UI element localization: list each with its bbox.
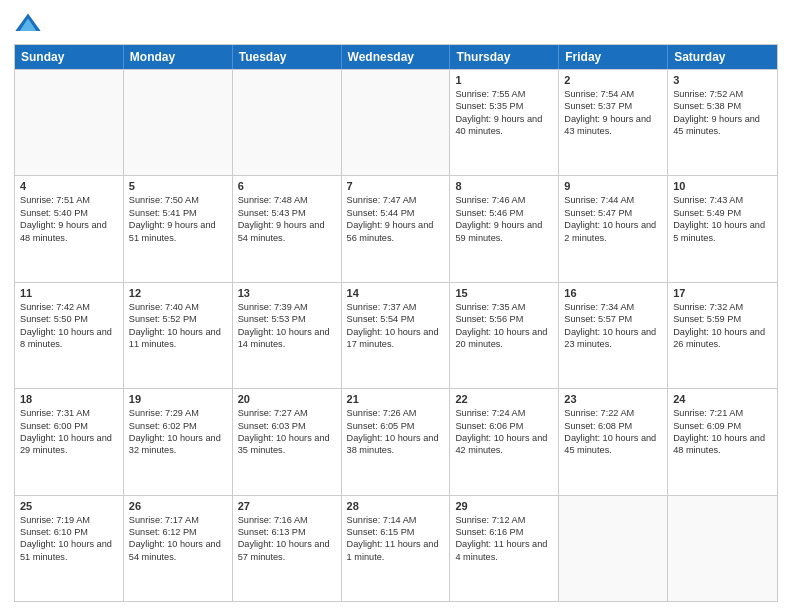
cal-cell-empty-3 xyxy=(342,70,451,175)
day-info: Sunrise: 7:37 AM Sunset: 5:54 PM Dayligh… xyxy=(347,301,445,351)
day-info: Sunrise: 7:32 AM Sunset: 5:59 PM Dayligh… xyxy=(673,301,772,351)
day-info: Sunrise: 7:35 AM Sunset: 5:56 PM Dayligh… xyxy=(455,301,553,351)
cal-cell-8: 8Sunrise: 7:46 AM Sunset: 5:46 PM Daylig… xyxy=(450,176,559,281)
page: SundayMondayTuesdayWednesdayThursdayFrid… xyxy=(0,0,792,612)
day-number: 25 xyxy=(20,500,118,512)
day-info: Sunrise: 7:44 AM Sunset: 5:47 PM Dayligh… xyxy=(564,194,662,244)
week-row-2: 11Sunrise: 7:42 AM Sunset: 5:50 PM Dayli… xyxy=(15,282,777,388)
day-number: 20 xyxy=(238,393,336,405)
header-day-thursday: Thursday xyxy=(450,45,559,69)
cal-cell-27: 27Sunrise: 7:16 AM Sunset: 6:13 PM Dayli… xyxy=(233,496,342,601)
cal-cell-10: 10Sunrise: 7:43 AM Sunset: 5:49 PM Dayli… xyxy=(668,176,777,281)
day-info: Sunrise: 7:40 AM Sunset: 5:52 PM Dayligh… xyxy=(129,301,227,351)
cal-cell-4: 4Sunrise: 7:51 AM Sunset: 5:40 PM Daylig… xyxy=(15,176,124,281)
header xyxy=(14,10,778,38)
day-info: Sunrise: 7:12 AM Sunset: 6:16 PM Dayligh… xyxy=(455,514,553,564)
day-info: Sunrise: 7:48 AM Sunset: 5:43 PM Dayligh… xyxy=(238,194,336,244)
day-info: Sunrise: 7:46 AM Sunset: 5:46 PM Dayligh… xyxy=(455,194,553,244)
day-info: Sunrise: 7:22 AM Sunset: 6:08 PM Dayligh… xyxy=(564,407,662,457)
day-number: 13 xyxy=(238,287,336,299)
week-row-0: 1Sunrise: 7:55 AM Sunset: 5:35 PM Daylig… xyxy=(15,69,777,175)
day-number: 27 xyxy=(238,500,336,512)
cal-cell-23: 23Sunrise: 7:22 AM Sunset: 6:08 PM Dayli… xyxy=(559,389,668,494)
day-number: 14 xyxy=(347,287,445,299)
day-number: 18 xyxy=(20,393,118,405)
day-number: 26 xyxy=(129,500,227,512)
day-info: Sunrise: 7:26 AM Sunset: 6:05 PM Dayligh… xyxy=(347,407,445,457)
day-number: 9 xyxy=(564,180,662,192)
day-info: Sunrise: 7:54 AM Sunset: 5:37 PM Dayligh… xyxy=(564,88,662,138)
cal-cell-16: 16Sunrise: 7:34 AM Sunset: 5:57 PM Dayli… xyxy=(559,283,668,388)
cal-cell-9: 9Sunrise: 7:44 AM Sunset: 5:47 PM Daylig… xyxy=(559,176,668,281)
cal-cell-15: 15Sunrise: 7:35 AM Sunset: 5:56 PM Dayli… xyxy=(450,283,559,388)
day-number: 11 xyxy=(20,287,118,299)
week-row-4: 25Sunrise: 7:19 AM Sunset: 6:10 PM Dayli… xyxy=(15,495,777,601)
day-info: Sunrise: 7:24 AM Sunset: 6:06 PM Dayligh… xyxy=(455,407,553,457)
day-number: 16 xyxy=(564,287,662,299)
day-info: Sunrise: 7:27 AM Sunset: 6:03 PM Dayligh… xyxy=(238,407,336,457)
day-info: Sunrise: 7:39 AM Sunset: 5:53 PM Dayligh… xyxy=(238,301,336,351)
header-day-friday: Friday xyxy=(559,45,668,69)
day-number: 4 xyxy=(20,180,118,192)
calendar: SundayMondayTuesdayWednesdayThursdayFrid… xyxy=(14,44,778,602)
day-info: Sunrise: 7:43 AM Sunset: 5:49 PM Dayligh… xyxy=(673,194,772,244)
day-number: 10 xyxy=(673,180,772,192)
cal-cell-18: 18Sunrise: 7:31 AM Sunset: 6:00 PM Dayli… xyxy=(15,389,124,494)
cal-cell-13: 13Sunrise: 7:39 AM Sunset: 5:53 PM Dayli… xyxy=(233,283,342,388)
day-number: 12 xyxy=(129,287,227,299)
day-info: Sunrise: 7:51 AM Sunset: 5:40 PM Dayligh… xyxy=(20,194,118,244)
day-number: 2 xyxy=(564,74,662,86)
cal-cell-empty-6 xyxy=(668,496,777,601)
day-number: 8 xyxy=(455,180,553,192)
header-day-saturday: Saturday xyxy=(668,45,777,69)
day-number: 7 xyxy=(347,180,445,192)
day-number: 3 xyxy=(673,74,772,86)
header-day-monday: Monday xyxy=(124,45,233,69)
cal-cell-29: 29Sunrise: 7:12 AM Sunset: 6:16 PM Dayli… xyxy=(450,496,559,601)
cal-cell-11: 11Sunrise: 7:42 AM Sunset: 5:50 PM Dayli… xyxy=(15,283,124,388)
day-info: Sunrise: 7:50 AM Sunset: 5:41 PM Dayligh… xyxy=(129,194,227,244)
day-number: 15 xyxy=(455,287,553,299)
day-number: 6 xyxy=(238,180,336,192)
day-info: Sunrise: 7:17 AM Sunset: 6:12 PM Dayligh… xyxy=(129,514,227,564)
cal-cell-empty-0 xyxy=(15,70,124,175)
header-day-wednesday: Wednesday xyxy=(342,45,451,69)
cal-cell-21: 21Sunrise: 7:26 AM Sunset: 6:05 PM Dayli… xyxy=(342,389,451,494)
cal-cell-19: 19Sunrise: 7:29 AM Sunset: 6:02 PM Dayli… xyxy=(124,389,233,494)
day-info: Sunrise: 7:19 AM Sunset: 6:10 PM Dayligh… xyxy=(20,514,118,564)
day-info: Sunrise: 7:52 AM Sunset: 5:38 PM Dayligh… xyxy=(673,88,772,138)
logo-icon xyxy=(14,10,42,38)
cal-cell-25: 25Sunrise: 7:19 AM Sunset: 6:10 PM Dayli… xyxy=(15,496,124,601)
day-info: Sunrise: 7:29 AM Sunset: 6:02 PM Dayligh… xyxy=(129,407,227,457)
day-number: 28 xyxy=(347,500,445,512)
cal-cell-17: 17Sunrise: 7:32 AM Sunset: 5:59 PM Dayli… xyxy=(668,283,777,388)
cal-cell-24: 24Sunrise: 7:21 AM Sunset: 6:09 PM Dayli… xyxy=(668,389,777,494)
cal-cell-3: 3Sunrise: 7:52 AM Sunset: 5:38 PM Daylig… xyxy=(668,70,777,175)
cal-cell-empty-1 xyxy=(124,70,233,175)
cal-cell-28: 28Sunrise: 7:14 AM Sunset: 6:15 PM Dayli… xyxy=(342,496,451,601)
cal-cell-26: 26Sunrise: 7:17 AM Sunset: 6:12 PM Dayli… xyxy=(124,496,233,601)
day-number: 19 xyxy=(129,393,227,405)
day-info: Sunrise: 7:55 AM Sunset: 5:35 PM Dayligh… xyxy=(455,88,553,138)
cal-cell-5: 5Sunrise: 7:50 AM Sunset: 5:41 PM Daylig… xyxy=(124,176,233,281)
cal-cell-empty-2 xyxy=(233,70,342,175)
cal-cell-2: 2Sunrise: 7:54 AM Sunset: 5:37 PM Daylig… xyxy=(559,70,668,175)
header-day-tuesday: Tuesday xyxy=(233,45,342,69)
calendar-body: 1Sunrise: 7:55 AM Sunset: 5:35 PM Daylig… xyxy=(15,69,777,601)
calendar-header: SundayMondayTuesdayWednesdayThursdayFrid… xyxy=(15,45,777,69)
cal-cell-14: 14Sunrise: 7:37 AM Sunset: 5:54 PM Dayli… xyxy=(342,283,451,388)
day-number: 24 xyxy=(673,393,772,405)
week-row-3: 18Sunrise: 7:31 AM Sunset: 6:00 PM Dayli… xyxy=(15,388,777,494)
day-number: 29 xyxy=(455,500,553,512)
day-number: 21 xyxy=(347,393,445,405)
cal-cell-1: 1Sunrise: 7:55 AM Sunset: 5:35 PM Daylig… xyxy=(450,70,559,175)
day-number: 22 xyxy=(455,393,553,405)
day-info: Sunrise: 7:34 AM Sunset: 5:57 PM Dayligh… xyxy=(564,301,662,351)
day-number: 23 xyxy=(564,393,662,405)
day-info: Sunrise: 7:31 AM Sunset: 6:00 PM Dayligh… xyxy=(20,407,118,457)
day-info: Sunrise: 7:42 AM Sunset: 5:50 PM Dayligh… xyxy=(20,301,118,351)
logo xyxy=(14,10,46,38)
cal-cell-empty-5 xyxy=(559,496,668,601)
cal-cell-7: 7Sunrise: 7:47 AM Sunset: 5:44 PM Daylig… xyxy=(342,176,451,281)
week-row-1: 4Sunrise: 7:51 AM Sunset: 5:40 PM Daylig… xyxy=(15,175,777,281)
